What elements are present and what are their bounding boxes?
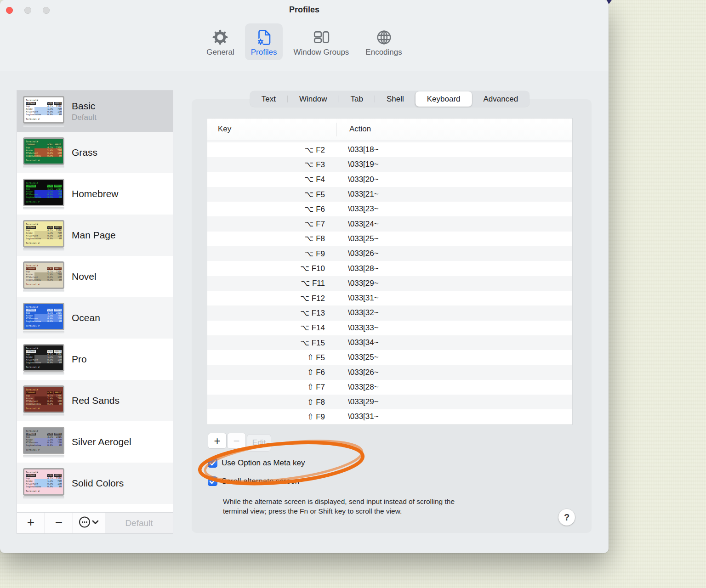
zoom-button[interactable]	[43, 7, 50, 14]
tab-window[interactable]: Window	[288, 91, 338, 107]
keybinding-row[interactable]: ⌥ F3\033[19~	[207, 157, 572, 172]
toolbar-item-window-groups[interactable]: Window Groups	[287, 23, 355, 60]
keybinding-row[interactable]: ⌥ F7\033[24~	[207, 216, 572, 231]
checkbox-label: Scroll alternate screen	[222, 477, 299, 486]
profile-list: Terminal#COMMAND%CPURPRVTtop4.1%231KXcod…	[17, 90, 173, 513]
toolbar-item-profiles[interactable]: Profiles	[245, 23, 283, 60]
key-cell: ⌥ F12	[207, 294, 325, 303]
keybinding-row[interactable]: ⌥ F14\033[33~	[207, 321, 572, 335]
key-cell: ⌥ F15	[207, 338, 325, 348]
preview-prompt: Terminal #	[26, 448, 62, 451]
gear-icon	[211, 28, 229, 46]
profile-row-man-page[interactable]: Terminal#COMMAND%CPURPRVTtop4.1%231KXcod…	[17, 215, 173, 256]
profile-thumbnail: Terminal#COMMAND%CPURPRVTtop4.1%231KXcod…	[23, 220, 66, 251]
preview-process-row: loginwindow0.0%4M	[26, 113, 62, 116]
key-cell: ⌥ F3	[207, 160, 325, 170]
keybinding-row[interactable]: ⇧ F6\033[26~	[207, 365, 572, 379]
thumbnail-shadow	[23, 124, 64, 127]
close-button[interactable]	[6, 7, 13, 14]
key-cell: ⌥ F11	[207, 278, 325, 288]
keybinding-row[interactable]: ⇧ F7\033[28~	[207, 380, 572, 395]
key-cell: ⇧ F8	[207, 397, 325, 407]
profile-text: Man Page	[72, 230, 116, 241]
add-keybinding-button[interactable]: +	[208, 433, 227, 449]
remove-profile-button[interactable]: −	[45, 513, 73, 533]
keybinding-row[interactable]: ⌥ F8\033[25~	[207, 232, 572, 246]
keybinding-row[interactable]: ⇧ F5\033[25~	[207, 350, 572, 365]
key-cell: ⌥ F2	[207, 145, 325, 155]
sidebar-toolbar: + − Default	[17, 512, 173, 533]
add-profile-button[interactable]: +	[17, 513, 45, 533]
keybinding-row[interactable]: ⇧ F8\033[29~	[207, 395, 572, 409]
toolbar-item-label: Encodings	[365, 48, 402, 57]
window-title: Profiles	[289, 5, 319, 15]
profile-row-ocean[interactable]: Terminal#COMMAND%CPURPRVTtop4.1%231KXcod…	[17, 297, 173, 339]
keybinding-row[interactable]: ⌥ F15\033[34~	[207, 335, 572, 350]
terminal-preview: Terminal#COMMAND%CPURPRVTtop4.1%231KXcod…	[23, 220, 64, 248]
action-cell: \033[29~	[348, 279, 379, 288]
thumbnail-shadow	[23, 413, 64, 416]
tab-tab[interactable]: Tab	[339, 91, 375, 107]
action-cell: \033[25~	[348, 353, 379, 362]
keybinding-row[interactable]: ⌥ F10\033[28~	[207, 261, 572, 276]
keybinding-row[interactable]: ⌥ F2\033[18~	[207, 142, 572, 157]
preview-title: Terminal#	[26, 223, 62, 226]
toolbar-item-label: General	[206, 48, 234, 57]
profile-text: Silver Aerogel	[72, 436, 131, 447]
profile-row-solid-colors[interactable]: Terminal#COMMAND%CPURPRVTtop4.1%231KXcod…	[17, 463, 173, 504]
profile-row-pro[interactable]: Terminal#COMMAND%CPURPRVTtop4.1%231KXcod…	[17, 339, 173, 380]
globe-icon	[375, 28, 393, 46]
key-cell: ⇧ F7	[207, 382, 325, 392]
terminal-preview-content: Terminal#COMMAND%CPURPRVTtop4.1%231KXcod…	[24, 139, 63, 164]
tab-text[interactable]: Text	[250, 91, 287, 107]
preview-prompt: Terminal #	[26, 407, 62, 410]
profile-name: Pro	[72, 354, 87, 365]
set-default-button[interactable]: Default	[105, 513, 173, 533]
keybinding-row[interactable]: ⇧ F9\033[31~	[207, 409, 572, 424]
profile-row-basic[interactable]: Terminal#COMMAND%CPURPRVTtop4.1%231KXcod…	[17, 90, 173, 132]
toolbar-item-general[interactable]: General	[200, 23, 240, 60]
profile-actions-menu-button[interactable]	[73, 513, 105, 533]
action-cell: \033[19~	[348, 160, 379, 169]
remove-keybinding-button[interactable]: −	[227, 433, 246, 449]
minimize-button[interactable]	[24, 7, 31, 14]
profile-row-homebrew[interactable]: Terminal#COMMAND%CPURPRVTtop4.1%231KXcod…	[17, 173, 173, 215]
preview-prompt: Terminal #	[26, 283, 62, 286]
help-button[interactable]: ?	[558, 509, 575, 526]
profile-row-novel[interactable]: Terminal#COMMAND%CPURPRVTtop4.1%231KXcod…	[17, 256, 173, 297]
keybinding-row[interactable]: ⌥ F9\033[26~	[207, 246, 572, 261]
tab-keyboard[interactable]: Keyboard	[416, 91, 472, 107]
terminal-preview: Terminal#COMMAND%CPURPRVTtop4.1%231KXcod…	[23, 344, 64, 372]
profile-text: Grass	[72, 147, 97, 158]
checkbox-label: Use Option as Meta key	[222, 458, 305, 468]
toolbar-item-encodings[interactable]: Encodings	[359, 23, 408, 60]
keybinding-row[interactable]: ⌥ F11\033[29~	[207, 276, 572, 291]
scroll-alternate-screen-checkbox[interactable]	[208, 476, 217, 486]
action-cell: \033[31~	[348, 412, 379, 421]
use-option-as-meta-checkbox[interactable]	[208, 458, 217, 468]
profile-row-red-sands[interactable]: Terminal#COMMAND%CPURPRVTtop4.1%231KXcod…	[17, 380, 173, 421]
keybinding-row[interactable]: ⌥ F5\033[21~	[207, 187, 572, 202]
keybinding-row[interactable]: ⌥ F12\033[31~	[207, 291, 572, 305]
edit-keybinding-button[interactable]: Edit	[247, 434, 271, 452]
keybinding-row[interactable]: ⌥ F4\033[20~	[207, 172, 572, 187]
profile-sidebar: Terminal#COMMAND%CPURPRVTtop4.1%231KXcod…	[17, 90, 173, 534]
profile-text: Novel	[72, 271, 97, 282]
profile-row-grass[interactable]: Terminal#COMMAND%CPURPRVTtop4.1%231KXcod…	[17, 132, 173, 173]
terminal-preview: Terminal#COMMAND%CPURPRVTtop4.1%231KXcod…	[23, 427, 64, 454]
terminal-preview-content: Terminal#COMMAND%CPURPRVTtop4.1%231KXcod…	[24, 428, 63, 453]
preview-prompt: Terminal #	[26, 159, 62, 162]
keybinding-row[interactable]: ⌥ F6\033[23~	[207, 202, 572, 216]
action-cell: \033[26~	[348, 368, 379, 377]
terminal-preview: Terminal#COMMAND%CPURPRVTtop4.1%231KXcod…	[23, 179, 64, 206]
profile-name: Grass	[72, 147, 97, 158]
preview-prompt: Terminal #	[26, 118, 62, 120]
keybinding-row[interactable]: ⌥ F13\033[32~	[207, 305, 572, 320]
tab-shell[interactable]: Shell	[375, 91, 416, 107]
terminal-preview: Terminal#COMMAND%CPURPRVTtop4.1%231KXcod…	[23, 137, 64, 165]
profile-thumbnail: Terminal#COMMAND%CPURPRVTtop4.1%231KXcod…	[23, 137, 66, 168]
action-cell: \033[28~	[348, 383, 379, 392]
action-cell: \033[21~	[348, 190, 379, 199]
profile-row-silver-aerogel[interactable]: Terminal#COMMAND%CPURPRVTtop4.1%231KXcod…	[17, 421, 173, 463]
tab-advanced[interactable]: Advanced	[472, 91, 530, 107]
